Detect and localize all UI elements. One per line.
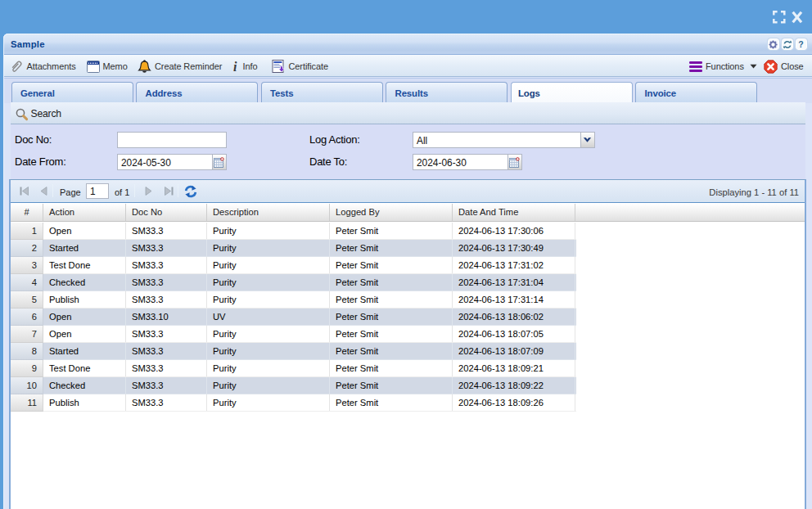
svg-text:i: i: [233, 61, 237, 73]
